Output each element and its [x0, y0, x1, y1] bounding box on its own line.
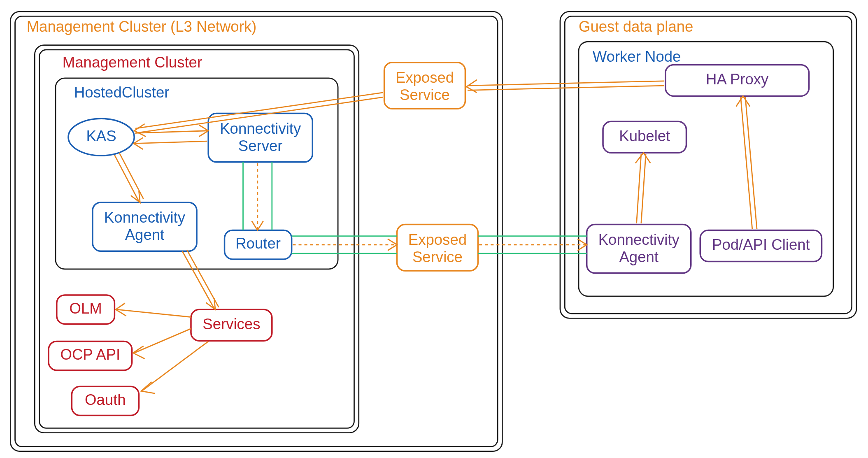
konnectivity-agent-mgmt-node: Konnectivity Agent	[93, 202, 197, 251]
exposed-service-mid-label-1: Exposed	[408, 231, 467, 248]
kubelet-label: Kubelet	[619, 128, 670, 144]
konnectivity-agent-worker-label-1: Konnectivity	[598, 231, 680, 248]
oauth-label: Oauth	[85, 391, 126, 408]
guest-data-plane-title: Guest data plane	[579, 18, 693, 35]
exposed-service-mid-node: Exposed Service	[397, 225, 478, 271]
konnectivity-server-label-2: Server	[238, 137, 283, 154]
pod-api-client-label: Pod/API Client	[712, 236, 810, 253]
services-node: Services	[191, 309, 272, 341]
ocp-api-label: OCP API	[61, 346, 121, 363]
konnectivity-agent-mgmt-label-2: Agent	[125, 226, 165, 243]
kubelet-node: Kubelet	[603, 121, 686, 153]
oauth-node: Oauth	[72, 386, 139, 415]
konnectivity-agent-mgmt-label-1: Konnectivity	[104, 209, 186, 226]
services-label: Services	[202, 316, 260, 332]
arrow-server-to-kas	[135, 141, 207, 144]
arrow-services-to-oauth	[142, 342, 208, 391]
router-label: Router	[235, 235, 281, 252]
exposed-service-mid-label-2: Service	[412, 249, 463, 265]
exposed-service-top-node: Exposed Service	[384, 63, 465, 109]
konnectivity-agent-worker-label-2: Agent	[619, 249, 659, 265]
exposed-service-top-label-2: Service	[400, 86, 450, 103]
konnectivity-agent-worker-node: Konnectivity Agent	[587, 225, 691, 273]
arrow-kas-to-agent	[114, 155, 139, 201]
arrow-agent-to-services	[182, 251, 214, 308]
management-cluster-title: Management Cluster	[63, 54, 202, 71]
exposed-service-top-label-1: Exposed	[396, 69, 454, 86]
management-l3-title: Management Cluster (L3 Network)	[27, 18, 257, 35]
ha-proxy-node: HA Proxy	[666, 65, 809, 96]
hosted-cluster-title: HostedCluster	[74, 84, 170, 101]
pod-api-client-node: Pod/API Client	[700, 230, 821, 262]
olm-label: OLM	[69, 300, 102, 317]
arrow-services-to-ocpapi	[134, 329, 191, 353]
arrow-agent-to-kubelet	[637, 154, 641, 223]
kas-label: KAS	[86, 128, 116, 144]
worker-node-title: Worker Node	[593, 48, 681, 65]
ha-proxy-label: HA Proxy	[706, 71, 769, 88]
diagram-canvas: Management Cluster (L3 Network) Manageme…	[0, 0, 868, 457]
ocp-api-node: OCP API	[49, 342, 132, 370]
router-node: Router	[225, 230, 292, 259]
olm-node: OLM	[57, 295, 115, 324]
konnectivity-server-label-1: Konnectivity	[220, 120, 301, 137]
kas-node: KAS	[68, 119, 134, 156]
arrow-services-to-olm	[117, 309, 191, 317]
